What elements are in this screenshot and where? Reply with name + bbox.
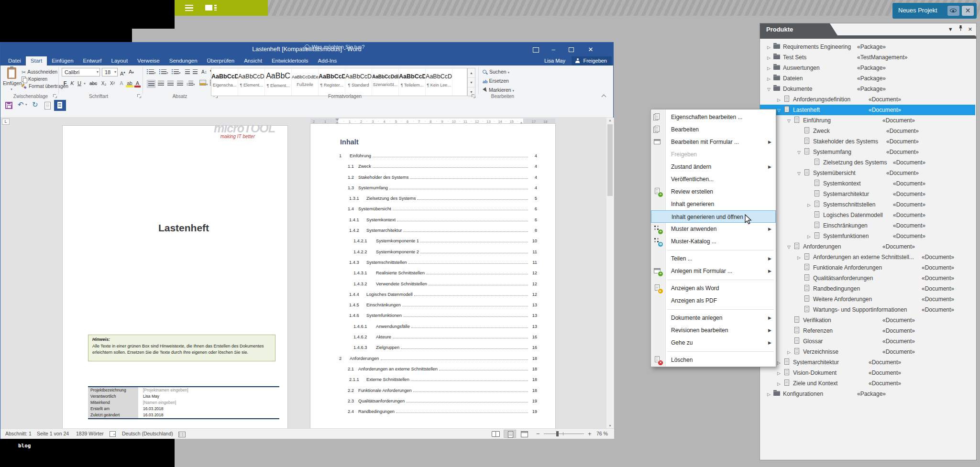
tree-item-systemkontext[interactable]: Systemkontext«Document» [760,178,975,189]
zoom-slider[interactable] [544,434,584,434]
tree-item-verifikation[interactable]: Verifikation«Document» [760,315,975,326]
style-item-kein-lee[interactable]: AaBbCcD¶ Kein Lee... [426,68,452,96]
document-page-2[interactable]: Inhalt 1Einführung41.1Zweck41.2Stakehold… [310,124,555,428]
close-button[interactable]: ✕ [583,43,599,56]
toc-entry-systemkomponente-1[interactable]: 1.4.2.1Systemkomponente 110 [339,239,537,249]
tree-item-systemarchitektur[interactable]: Systemarchitektur«Document» [760,189,975,199]
tab-layout[interactable]: Layout [107,56,133,65]
toc-entry-systemkomponente-2[interactable]: 1.4.2.2Systemkomponente 211 [339,250,537,260]
draft-view-button[interactable] [44,102,51,109]
toc-entry-einschränkungen[interactable]: 1.4.5Einschränkungen13 [339,303,537,313]
subscript-button[interactable]: X₂ [100,79,108,87]
panel-dropdown-icon[interactable]: ▼ [948,26,953,32]
toc-entry-systemarchitektur[interactable]: 1.4.2Systemarchitektur8 [339,228,537,239]
justify-button[interactable] [176,80,184,88]
style-item-element[interactable]: AaBbCcDc¶ Element... [238,68,265,96]
multilevel-list-button[interactable]: ▾ [172,68,181,76]
menu-item-löschen[interactable]: ✕Löschen [651,354,776,366]
tree-item-weitere-anforderungen[interactable]: Weitere Anforderungen«Document» [760,294,975,304]
zoom-out-button[interactable]: − [536,430,540,437]
tree-item-systemarchitektur[interactable]: ▷Systemarchitektur«Document» [760,357,975,368]
section-indicator[interactable]: Abschnitt: 1 [5,431,32,436]
expand-arrow-icon[interactable]: ▷ [765,389,773,400]
maximize-button[interactable] [563,43,579,56]
toc-entry-akteure[interactable]: 1.4.6.2Akteure16 [339,335,537,345]
toc-entry-anwendungsfälle[interactable]: 1.4.6.1Anwendungsfälle13 [339,324,537,335]
collapse-ribbon-icon[interactable] [602,95,606,98]
tab-überprüfen[interactable]: Überprüfen [202,56,240,65]
share-button[interactable]: Freigeben [572,56,612,65]
collapse-arrow-icon[interactable]: ▽ [785,242,793,252]
bullets-button[interactable]: ▾ [147,68,156,76]
document-page-1[interactable]: microTOOL making IT better Lastenheft Hi… [63,126,287,428]
tree-item-lastenheft[interactable]: ▽Lastenheft«Document» [760,105,975,115]
menu-item-revisionen-bearbeiten[interactable]: Revisionen bearbeiten▶ [651,324,776,337]
tree-item-vision-dokument[interactable]: ▷Vision-Dokument«Document» [760,368,975,378]
sort-button[interactable]: A↕ [201,68,207,76]
styles-gallery-scroll[interactable]: ▲▼▼ [467,68,475,96]
first-line-indent-marker[interactable] [335,119,339,121]
bold-button[interactable]: F [62,79,68,87]
web-layout-button[interactable] [518,430,530,438]
expand-arrow-icon[interactable]: ▷ [765,74,773,84]
style-item-eigenscha[interactable]: AaBbCcDEigenscha... [211,68,238,96]
tree-item-dokumente[interactable]: ▽Dokumente«Package» [760,84,975,94]
keyboard-icon[interactable] [178,432,186,438]
tree-item-konfigurationen[interactable]: ▷Konfigurationen«Package» [760,389,975,399]
copy-button[interactable]: Kopieren [22,76,47,83]
page-indicator[interactable]: Seite 1 von 24 [37,431,69,436]
tree-item-glossar[interactable]: Glossar«Document» [760,336,975,347]
collapse-arrow-icon[interactable]: ▽ [795,168,803,179]
tab-datei[interactable]: Datei [3,56,26,65]
expand-arrow-icon[interactable]: ▷ [805,231,813,242]
font-name-combo[interactable]: Calibri▾ [62,68,100,76]
line-spacing-button[interactable]: ↕▾ [186,80,195,88]
tree-item-zweck[interactable]: Zweck«Document» [760,126,975,136]
style-item-element[interactable]: AaBbC¶ Element... [265,68,292,96]
tree-item-anforderungen[interactable]: ▽Anforderungen«Document» [760,241,975,252]
tree-item-requirements-engineering[interactable]: ▷Requirements Engineering«Package» [760,42,975,52]
tree-item-systemschnittstellen[interactable]: ▷Systemschnittstellen«Document» [760,199,975,210]
zoom-level[interactable]: 76 % [596,431,608,436]
decrease-indent-button[interactable] [185,68,190,76]
style-item-szenariost[interactable]: AaBbCcDdESzenarioSt... [372,68,399,96]
proofing-icon[interactable] [110,431,116,437]
italic-button[interactable]: K [69,79,75,87]
select-button[interactable]: Markieren ▾ [483,86,514,94]
redo-button[interactable]: ↻ [32,100,38,112]
tab-sendungen[interactable]: Sendungen [165,56,202,65]
menu-item-muster-anwenden[interactable]: +Muster anwenden▶ [651,223,776,235]
expand-arrow-icon[interactable]: ▷ [765,63,773,74]
tab-add-ins[interactable]: Add-Ins [313,56,342,65]
menu-item-dokumente-anlegen[interactable]: Dokumente anlegen▶ [651,312,776,324]
strikethrough-button[interactable]: abc [88,79,99,87]
tree-item-test-sets[interactable]: ▷Test Sets«TestManagement» [760,52,975,63]
tab-verweise[interactable]: Verweise [132,56,165,65]
find-button[interactable]: Suchen ▾ [483,68,509,76]
toc-entry-externe-schnittstellen[interactable]: 2.1.1Externe Schnittstellen18 [339,377,537,388]
scroll-up-icon[interactable]: ▲ [606,119,614,122]
collapse-arrow-icon[interactable]: ▽ [785,116,793,126]
account-name[interactable]: Lisa May [544,56,565,65]
toc-entry-systemschnittstellen[interactable]: 1.4.3Systemschnittstellen11 [339,260,537,271]
collapse-arrow-icon[interactable]: ▽ [795,147,803,158]
toc-entry-zweck[interactable]: 1.1Zweck4 [339,164,537,174]
expand-arrow-icon[interactable]: ▷ [795,252,803,263]
increase-indent-button[interactable] [193,68,198,76]
tree-item-auswertungen[interactable]: ▷Auswertungen«Package» [760,63,975,73]
menu-item-bearbeiten[interactable]: Bearbeiten [651,123,776,136]
underline-dropdown[interactable]: ▾ [83,79,87,87]
tree-item-verzeichnisse[interactable]: ▷Verzeichnisse«Document» [760,347,975,357]
menu-item-anzeigen-als-pdf[interactable]: Anzeigen als PDF [651,294,776,307]
ribbon-display-options-button[interactable] [528,43,544,56]
shading-button[interactable]: ▾ [199,80,208,88]
pin-icon[interactable] [958,26,963,32]
cut-button[interactable]: Ausschneiden [22,68,57,76]
menu-item-bearbeiten-mit-formular[interactable]: Bearbeiten mit Formular ...▶ [651,136,776,148]
toc-entry-funktionale-anforderungen[interactable]: 2.2Funktionale Anforderungen18 [339,388,537,399]
toc-entry-anforderungen-an-externe-schnittstellen[interactable]: 2.1Anforderungen an externe Schnittstell… [339,367,537,377]
font-dialog-launcher[interactable] [137,94,141,98]
tree-item-qualitätsanforderungen[interactable]: Qualitätsanforderungen«Document» [760,273,975,283]
layout-window-icon[interactable] [205,4,217,11]
menu-item-teilen[interactable]: Teilen ...▶ [651,252,776,265]
